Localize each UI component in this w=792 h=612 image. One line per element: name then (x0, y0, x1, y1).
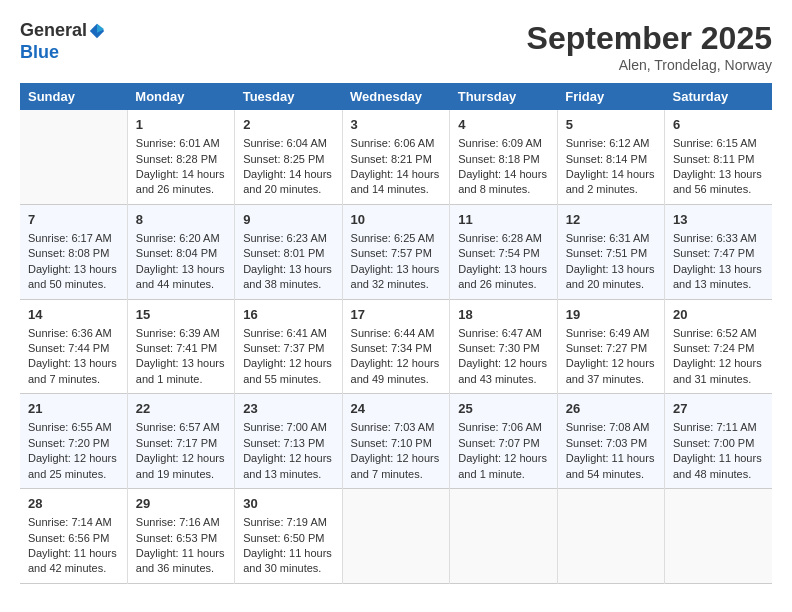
day-cell: 21Sunrise: 6:55 AMSunset: 7:20 PMDayligh… (20, 394, 127, 489)
day-cell: 29Sunrise: 7:16 AMSunset: 6:53 PMDayligh… (127, 489, 234, 584)
day-number: 16 (243, 306, 333, 324)
day-cell: 26Sunrise: 7:08 AMSunset: 7:03 PMDayligh… (557, 394, 664, 489)
day-number: 14 (28, 306, 119, 324)
day-number: 26 (566, 400, 656, 418)
day-info: Sunrise: 6:47 AMSunset: 7:30 PMDaylight:… (458, 326, 548, 388)
day-cell: 4Sunrise: 6:09 AMSunset: 8:18 PMDaylight… (450, 110, 557, 204)
day-cell: 13Sunrise: 6:33 AMSunset: 7:47 PMDayligh… (664, 204, 772, 299)
day-cell: 18Sunrise: 6:47 AMSunset: 7:30 PMDayligh… (450, 299, 557, 394)
logo-icon (88, 22, 106, 40)
day-info: Sunrise: 7:03 AMSunset: 7:10 PMDaylight:… (351, 420, 442, 482)
day-cell: 7Sunrise: 6:17 AMSunset: 8:08 PMDaylight… (20, 204, 127, 299)
day-cell: 14Sunrise: 6:36 AMSunset: 7:44 PMDayligh… (20, 299, 127, 394)
col-header-friday: Friday (557, 83, 664, 110)
day-info: Sunrise: 7:00 AMSunset: 7:13 PMDaylight:… (243, 420, 333, 482)
day-cell (450, 489, 557, 584)
day-cell (557, 489, 664, 584)
day-info: Sunrise: 6:06 AMSunset: 8:21 PMDaylight:… (351, 136, 442, 198)
day-info: Sunrise: 6:57 AMSunset: 7:17 PMDaylight:… (136, 420, 226, 482)
day-info: Sunrise: 6:17 AMSunset: 8:08 PMDaylight:… (28, 231, 119, 293)
day-info: Sunrise: 6:12 AMSunset: 8:14 PMDaylight:… (566, 136, 656, 198)
day-info: Sunrise: 7:08 AMSunset: 7:03 PMDaylight:… (566, 420, 656, 482)
day-number: 4 (458, 116, 548, 134)
day-info: Sunrise: 7:06 AMSunset: 7:07 PMDaylight:… (458, 420, 548, 482)
day-cell: 17Sunrise: 6:44 AMSunset: 7:34 PMDayligh… (342, 299, 450, 394)
day-info: Sunrise: 6:39 AMSunset: 7:41 PMDaylight:… (136, 326, 226, 388)
day-number: 29 (136, 495, 226, 513)
col-header-monday: Monday (127, 83, 234, 110)
day-cell: 22Sunrise: 6:57 AMSunset: 7:17 PMDayligh… (127, 394, 234, 489)
col-header-tuesday: Tuesday (235, 83, 342, 110)
day-cell: 11Sunrise: 6:28 AMSunset: 7:54 PMDayligh… (450, 204, 557, 299)
day-cell (664, 489, 772, 584)
title-area: September 2025 Alen, Trondelag, Norway (527, 20, 772, 73)
day-info: Sunrise: 6:44 AMSunset: 7:34 PMDaylight:… (351, 326, 442, 388)
day-cell: 25Sunrise: 7:06 AMSunset: 7:07 PMDayligh… (450, 394, 557, 489)
col-header-saturday: Saturday (664, 83, 772, 110)
day-number: 5 (566, 116, 656, 134)
day-number: 3 (351, 116, 442, 134)
day-info: Sunrise: 6:31 AMSunset: 7:51 PMDaylight:… (566, 231, 656, 293)
day-cell: 24Sunrise: 7:03 AMSunset: 7:10 PMDayligh… (342, 394, 450, 489)
day-number: 15 (136, 306, 226, 324)
day-info: Sunrise: 7:16 AMSunset: 6:53 PMDaylight:… (136, 515, 226, 577)
day-cell: 20Sunrise: 6:52 AMSunset: 7:24 PMDayligh… (664, 299, 772, 394)
day-cell: 15Sunrise: 6:39 AMSunset: 7:41 PMDayligh… (127, 299, 234, 394)
day-cell: 3Sunrise: 6:06 AMSunset: 8:21 PMDaylight… (342, 110, 450, 204)
day-info: Sunrise: 6:25 AMSunset: 7:57 PMDaylight:… (351, 231, 442, 293)
logo-blue: Blue (20, 42, 59, 62)
day-cell: 12Sunrise: 6:31 AMSunset: 7:51 PMDayligh… (557, 204, 664, 299)
day-info: Sunrise: 6:28 AMSunset: 7:54 PMDaylight:… (458, 231, 548, 293)
day-cell: 5Sunrise: 6:12 AMSunset: 8:14 PMDaylight… (557, 110, 664, 204)
day-cell: 27Sunrise: 7:11 AMSunset: 7:00 PMDayligh… (664, 394, 772, 489)
logo: General Blue (20, 20, 107, 63)
day-info: Sunrise: 6:04 AMSunset: 8:25 PMDaylight:… (243, 136, 333, 198)
day-number: 10 (351, 211, 442, 229)
day-info: Sunrise: 6:41 AMSunset: 7:37 PMDaylight:… (243, 326, 333, 388)
day-number: 11 (458, 211, 548, 229)
week-row-4: 21Sunrise: 6:55 AMSunset: 7:20 PMDayligh… (20, 394, 772, 489)
day-info: Sunrise: 6:23 AMSunset: 8:01 PMDaylight:… (243, 231, 333, 293)
day-cell (20, 110, 127, 204)
day-info: Sunrise: 6:09 AMSunset: 8:18 PMDaylight:… (458, 136, 548, 198)
day-number: 22 (136, 400, 226, 418)
day-number: 1 (136, 116, 226, 134)
day-number: 30 (243, 495, 333, 513)
col-header-sunday: Sunday (20, 83, 127, 110)
week-row-2: 7Sunrise: 6:17 AMSunset: 8:08 PMDaylight… (20, 204, 772, 299)
day-number: 19 (566, 306, 656, 324)
day-number: 12 (566, 211, 656, 229)
week-row-1: 1Sunrise: 6:01 AMSunset: 8:28 PMDaylight… (20, 110, 772, 204)
day-number: 25 (458, 400, 548, 418)
day-cell: 16Sunrise: 6:41 AMSunset: 7:37 PMDayligh… (235, 299, 342, 394)
location: Alen, Trondelag, Norway (527, 57, 772, 73)
day-number: 7 (28, 211, 119, 229)
day-number: 17 (351, 306, 442, 324)
day-number: 21 (28, 400, 119, 418)
day-number: 8 (136, 211, 226, 229)
day-cell: 9Sunrise: 6:23 AMSunset: 8:01 PMDaylight… (235, 204, 342, 299)
day-cell: 2Sunrise: 6:04 AMSunset: 8:25 PMDaylight… (235, 110, 342, 204)
month-title: September 2025 (527, 20, 772, 57)
day-number: 6 (673, 116, 764, 134)
day-number: 20 (673, 306, 764, 324)
logo-general: General (20, 20, 87, 40)
day-info: Sunrise: 7:14 AMSunset: 6:56 PMDaylight:… (28, 515, 119, 577)
day-info: Sunrise: 7:11 AMSunset: 7:00 PMDaylight:… (673, 420, 764, 482)
day-cell: 23Sunrise: 7:00 AMSunset: 7:13 PMDayligh… (235, 394, 342, 489)
column-headers: SundayMondayTuesdayWednesdayThursdayFrid… (20, 83, 772, 110)
week-row-5: 28Sunrise: 7:14 AMSunset: 6:56 PMDayligh… (20, 489, 772, 584)
day-info: Sunrise: 6:36 AMSunset: 7:44 PMDaylight:… (28, 326, 119, 388)
day-info: Sunrise: 6:20 AMSunset: 8:04 PMDaylight:… (136, 231, 226, 293)
day-number: 24 (351, 400, 442, 418)
day-cell: 8Sunrise: 6:20 AMSunset: 8:04 PMDaylight… (127, 204, 234, 299)
day-number: 2 (243, 116, 333, 134)
col-header-thursday: Thursday (450, 83, 557, 110)
page-header: General Blue September 2025 Alen, Tronde… (20, 20, 772, 73)
week-row-3: 14Sunrise: 6:36 AMSunset: 7:44 PMDayligh… (20, 299, 772, 394)
day-number: 13 (673, 211, 764, 229)
day-number: 9 (243, 211, 333, 229)
calendar-table: SundayMondayTuesdayWednesdayThursdayFrid… (20, 83, 772, 584)
day-number: 28 (28, 495, 119, 513)
col-header-wednesday: Wednesday (342, 83, 450, 110)
